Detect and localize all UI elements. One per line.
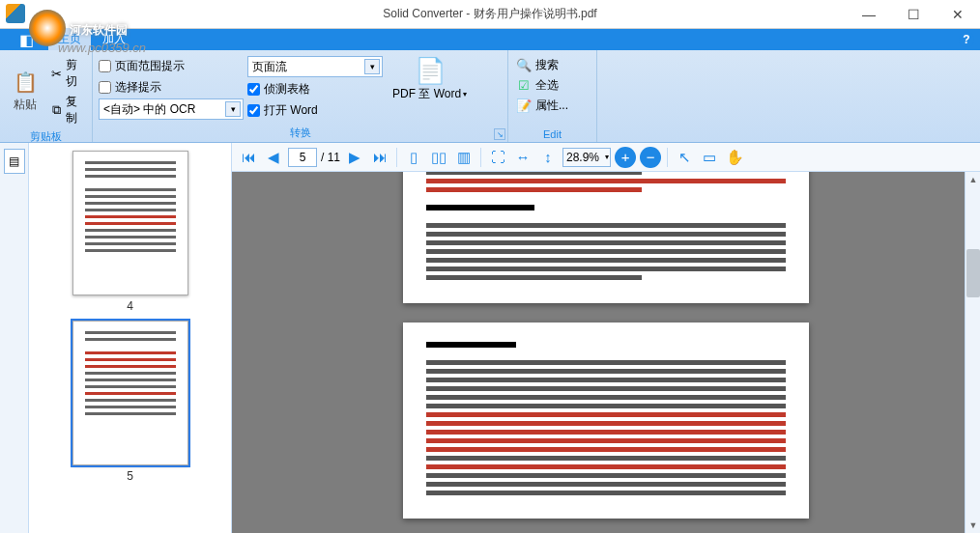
pageflow-select-value: 页面流: [252, 59, 287, 75]
app-logo-icon: [6, 4, 25, 23]
first-page-button[interactable]: ⏮: [238, 147, 259, 168]
chevron-down-icon: ▾: [605, 153, 609, 161]
open-word-label: 打开 Word: [264, 102, 318, 119]
page-number-input[interactable]: [288, 148, 317, 167]
vertical-tabstrip: ▤: [0, 143, 29, 533]
document-page: [403, 172, 809, 303]
minimize-button[interactable]: —: [847, 0, 891, 29]
copy-button[interactable]: ⧉ 复制: [48, 93, 86, 127]
open-word-checkbox[interactable]: 打开 Word: [247, 100, 383, 120]
group-edit-label: Edit: [514, 126, 591, 140]
next-page-button[interactable]: ▶: [344, 147, 365, 168]
dropdown-arrow-icon: ▾: [364, 59, 380, 74]
detect-table-label: 侦测表格: [264, 81, 310, 98]
zoom-in-button[interactable]: +: [615, 147, 636, 168]
zoom-combo[interactable]: 28.9% ▾: [562, 148, 611, 167]
thumbnail-page-4-number: 4: [72, 299, 188, 313]
select-hint-label: 选择提示: [115, 79, 161, 96]
cut-icon: ✂: [50, 66, 62, 81]
properties-label: 属性...: [535, 98, 568, 114]
titlebar: Solid Converter - 财务用户操作说明书.pdf — ☐ ✕: [0, 0, 980, 29]
help-button[interactable]: ?: [959, 32, 974, 47]
document-canvas[interactable]: www.pHome: [232, 172, 980, 533]
search-label: 搜索: [535, 57, 559, 73]
maximize-button[interactable]: ☐: [891, 0, 936, 29]
fit-height-button[interactable]: ↕: [537, 147, 559, 168]
scroll-up-arrow-icon[interactable]: ▲: [966, 172, 980, 187]
scrollbar-thumb[interactable]: [966, 249, 980, 297]
properties-button[interactable]: 📝 属性...: [514, 97, 570, 115]
content-area: ▤ 4 5 ⏮ ◀ / 11 ▶: [0, 143, 980, 533]
thumbnail-panel: 4 5: [29, 143, 232, 533]
thumbnail-page-5-number: 5: [72, 469, 188, 483]
search-icon: 🔍: [516, 58, 532, 73]
ocr-select-value: <自动> 中的 OCR: [103, 101, 195, 118]
viewer-toolbar: ⏮ ◀ / 11 ▶ ⏭ ▯ ▯▯ ▥ ⛶ ↔ ↕ 28.9% ▾ + − ↖ …: [232, 143, 980, 172]
vertical-scrollbar[interactable]: ▲ ▼: [965, 172, 980, 533]
properties-icon: 📝: [516, 98, 532, 114]
single-page-view-button[interactable]: ▯: [403, 147, 424, 168]
document-page: [403, 323, 809, 519]
fit-page-button[interactable]: ⛶: [487, 147, 508, 168]
paste-icon: 📋: [13, 70, 38, 95]
prev-page-button[interactable]: ◀: [263, 147, 284, 168]
group-clipboard-label: 剪贴板: [6, 127, 86, 144]
paste-label: 粘贴: [14, 97, 37, 113]
group-convert-label: 转换: [99, 124, 502, 140]
group-edit: 🔍 搜索 ☑ 全选 📝 属性... Edit: [508, 50, 597, 142]
thumbnails-tab[interactable]: ▤: [4, 149, 25, 174]
convert-dialog-launcher[interactable]: ↘: [494, 128, 505, 140]
cut-button[interactable]: ✂ 剪切: [48, 56, 86, 91]
close-button[interactable]: ✕: [936, 0, 980, 29]
group-convert: 页面范围提示 选择提示 <自动> 中的 OCR ▾ 页面流 ▾ 侦测表格: [93, 50, 508, 142]
marquee-tool-button[interactable]: ▭: [699, 147, 720, 168]
page-total-label: / 11: [321, 151, 340, 164]
pdf-to-word-icon: 📄: [415, 56, 446, 86]
ribbon: 📋 粘贴 ✂ 剪切 ⧉ 复制 剪贴板 页面范围提示: [0, 50, 980, 143]
page-range-hint-label: 页面范围提示: [115, 58, 185, 74]
search-button[interactable]: 🔍 搜索: [514, 56, 570, 74]
copy-icon: ⧉: [50, 102, 62, 118]
continuous-view-button[interactable]: ▥: [453, 147, 475, 168]
select-all-icon: ☑: [516, 78, 532, 94]
fit-width-button[interactable]: ↔: [512, 147, 533, 168]
viewer: ⏮ ◀ / 11 ▶ ⏭ ▯ ▯▯ ▥ ⛶ ↔ ↕ 28.9% ▾ + − ↖ …: [232, 143, 980, 533]
hand-tool-button[interactable]: ✋: [724, 147, 745, 168]
group-clipboard: 📋 粘贴 ✂ 剪切 ⧉ 复制 剪贴板: [0, 50, 93, 142]
site-watermark-url: www.pc0359.cn: [58, 41, 146, 55]
copy-label: 复制: [66, 94, 84, 126]
cut-label: 剪切: [66, 57, 84, 90]
thumbnail-page-5[interactable]: 5: [72, 321, 188, 483]
thumbnail-page-4[interactable]: 4: [72, 151, 188, 313]
select-all-button[interactable]: ☑ 全选: [514, 76, 570, 95]
chevron-down-icon: ▾: [463, 90, 467, 98]
window-title: Solid Converter - 财务用户操作说明书.pdf: [383, 6, 596, 22]
two-page-view-button[interactable]: ▯▯: [428, 147, 449, 168]
dropdown-arrow-icon: ▾: [225, 101, 241, 117]
scroll-down-arrow-icon[interactable]: ▼: [966, 518, 980, 533]
pdf-to-word-label: PDF 至 Word: [392, 86, 461, 102]
pointer-tool-button[interactable]: ↖: [674, 147, 695, 168]
ocr-select[interactable]: <自动> 中的 OCR ▾: [99, 98, 244, 120]
last-page-button[interactable]: ⏭: [369, 147, 390, 168]
paste-button[interactable]: 📋 粘贴: [6, 54, 44, 127]
zoom-out-button[interactable]: −: [640, 147, 661, 168]
pdf-to-word-button[interactable]: 📄 PDF 至 Word▾: [387, 54, 473, 124]
detect-table-checkbox[interactable]: 侦测表格: [247, 79, 383, 98]
zoom-value: 28.9%: [566, 151, 599, 164]
pageflow-select[interactable]: 页面流 ▾: [247, 56, 383, 77]
ribbon-tabs: ◧ 主页 加入 ?: [0, 29, 980, 50]
select-all-label: 全选: [535, 77, 559, 94]
select-hint-checkbox[interactable]: 选择提示: [99, 77, 244, 97]
page-range-hint-checkbox[interactable]: 页面范围提示: [99, 56, 244, 75]
